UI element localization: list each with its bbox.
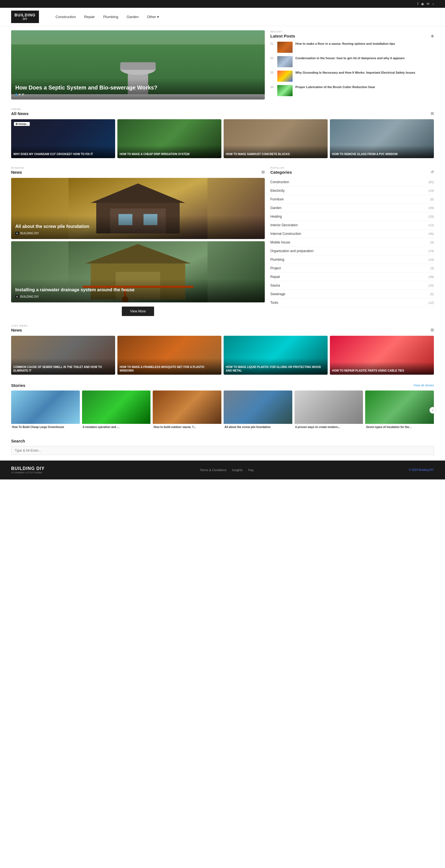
category-item[interactable]: Organization and preparation (74): [270, 247, 434, 255]
search-title: Search: [11, 439, 434, 443]
hero-main-card[interactable]: How Does a Septic System and Bio-sewerag…: [11, 30, 265, 99]
big-card-brand-1: B BUILDING DIY: [15, 232, 261, 235]
story-next-button[interactable]: ›: [429, 407, 436, 413]
big-card-brand-2: B BUILDING DIY: [15, 295, 261, 298]
brand-text-1: BUILDING DIY: [20, 232, 39, 235]
nav-item-garden[interactable]: Garden: [126, 15, 139, 19]
recent-item[interactable]: 03 Why Grounding Is Necessary and How It…: [270, 71, 434, 82]
view-more-button[interactable]: View More: [122, 307, 154, 316]
cat-count: (12): [428, 301, 434, 304]
last-week-card[interactable]: HOW TO REPAIR PLASTIC PARTS USING CABLE …: [330, 336, 434, 375]
last-week-card[interactable]: HOW TO MAKE A FRAMELESS MOSQUITO NET FOR…: [117, 336, 221, 375]
trend-card[interactable]: HOW TO MAKE A CHEAP DRIP IRRIGATION SYST…: [117, 119, 221, 158]
trend-title: All News ⊞: [11, 111, 434, 116]
footer-link[interactable]: Terms & Conditions: [200, 468, 227, 472]
category-item[interactable]: Heating (29): [270, 212, 434, 221]
story-image: [82, 391, 151, 424]
site-logo[interactable]: BUILDING DIY: [11, 10, 39, 23]
stories-title: Stories: [11, 383, 25, 388]
cat-title: Categories ↺: [270, 170, 434, 175]
random-label: RANDOM: [11, 166, 265, 169]
story-image: [224, 391, 292, 424]
big-card-title-1: All about the screw pile foundation: [15, 224, 261, 229]
story-card[interactable]: 6 proven ways to create modern...: [295, 391, 363, 430]
brand-logo-1: B: [15, 232, 19, 235]
view-all-stories[interactable]: View all stories: [414, 383, 434, 387]
category-item[interactable]: Tools (12): [270, 299, 434, 307]
recent-num: 01: [270, 42, 274, 45]
category-item[interactable]: Furniture (8): [270, 195, 434, 204]
category-item[interactable]: Repair (39): [270, 273, 434, 281]
story-card[interactable]: How To Build Cheap Large Greenhouse: [11, 391, 80, 430]
cat-name: Interior Decoration: [270, 223, 298, 227]
nav-item-construction[interactable]: Construction: [56, 15, 76, 19]
cat-name: Mobile house: [270, 240, 290, 244]
instagram-icon[interactable]: ◉: [421, 2, 424, 6]
email-icon[interactable]: ✉: [427, 2, 429, 6]
big-card-screw[interactable]: All about the screw pile foundation B BU…: [11, 178, 265, 239]
big-card-overlay-2: Installing a rainwater drainage system a…: [11, 279, 265, 302]
trend-icon: ⊞: [431, 111, 434, 116]
tiktok-icon[interactable]: ♪: [432, 2, 434, 6]
hero-dot-1[interactable]: [15, 93, 17, 95]
story-card[interactable]: How to build outdoor sauna: 7...: [153, 391, 221, 430]
category-item[interactable]: Construction (65): [270, 178, 434, 186]
cat-count: (74): [428, 249, 434, 253]
cat-count: (39): [428, 275, 434, 278]
recent-posts-panel: RECENT Latest Posts ◈ 01 How to make a f…: [270, 30, 434, 99]
recent-num: 02: [270, 57, 274, 60]
recent-item[interactable]: 04 Proper Lubrication of the Brush Cutte…: [270, 85, 434, 96]
nav-item-repair[interactable]: Repair: [84, 15, 95, 19]
big-card-drainage[interactable]: Installing a rainwater drainage system a…: [11, 241, 265, 302]
recent-text: Condensation in the house: how to get ri…: [295, 56, 434, 60]
cat-name: Heating: [270, 215, 282, 218]
recent-thumb: [277, 56, 293, 67]
story-card[interactable]: Seven types of insulation for the...: [365, 391, 434, 430]
category-item[interactable]: Mobile house (9): [270, 238, 434, 247]
category-item[interactable]: Garden (39): [270, 204, 434, 212]
story-card[interactable]: All about the screw pile foundation: [224, 391, 292, 430]
category-item[interactable]: Interior Decoration (12): [270, 221, 434, 229]
facebook-icon[interactable]: f: [417, 2, 418, 6]
cat-name: Sewerage: [270, 292, 285, 296]
category-item[interactable]: Sewerage (5): [270, 290, 434, 299]
category-item[interactable]: Internal Construction (46): [270, 229, 434, 238]
recent-list: 01 How to make a floor in a sauna: floor…: [270, 42, 434, 96]
last-week-card[interactable]: HOW TO MAKE LIQUID PLASTIC FOR GLUING OR…: [224, 336, 328, 375]
trend-card[interactable]: HOW TO REMOVE GLASS FROM A PVC WINDOW: [330, 119, 434, 158]
category-item[interactable]: Electricity (19): [270, 186, 434, 195]
hero-dot-2[interactable]: [19, 93, 21, 95]
trend-card[interactable]: ⊞ Husqv... WHY DOES MY CHAINSAW CUT CROO…: [11, 119, 115, 158]
recent-text: Why Grounding Is Necessary and How It Wo…: [295, 71, 434, 75]
last-week-card-overlay: HOW TO MAKE LIQUID PLASTIC FOR GLUING OR…: [224, 358, 328, 375]
last-week-cards-grid: COMMON CAUSE OF SEWER SMELL IN THE TOILE…: [11, 336, 434, 375]
cat-count: (19): [428, 189, 434, 192]
category-item[interactable]: Project (3): [270, 264, 434, 273]
cat-count: (19): [428, 258, 434, 261]
trend-card[interactable]: HOW TO MAKE SAWDUST CONCRETE BLOCKS: [224, 119, 328, 158]
recent-item[interactable]: 01 How to make a floor in a sauna: floor…: [270, 42, 434, 53]
cat-count: (9): [430, 241, 434, 244]
husqvarna-logo: ⊞ Husqv...: [14, 122, 30, 126]
site-footer: BUILDING DIY A Complete A-Z DIY Guides T…: [0, 461, 445, 479]
nav-item-plumbing[interactable]: Plumbing: [103, 15, 118, 19]
card-title: HOW TO MAKE A CHEAP DRIP IRRIGATION SYST…: [120, 152, 219, 156]
story-card[interactable]: 6 mistakes operation and ...: [82, 391, 151, 430]
card-overlay: WHY DOES MY CHAINSAW CUT CROOKED? HOW TO…: [11, 145, 115, 158]
card-title: WHY DOES MY CHAINSAW CUT CROOKED? HOW TO…: [13, 152, 113, 156]
last-week-card[interactable]: COMMON CAUSE OF SEWER SMELL IN THE TOILE…: [11, 336, 115, 375]
nav-item-other-[interactable]: Other ▾: [147, 15, 159, 19]
footer-link[interactable]: Insights: [232, 468, 242, 472]
recent-text: Proper Lubrication of the Brush Cutter R…: [295, 85, 434, 89]
stories-grid: How To Build Cheap Large Greenhouse 6 mi…: [11, 391, 434, 430]
cat-count: (29): [428, 215, 434, 218]
brand-text-2: BUILDING DIY: [20, 295, 39, 298]
hero-dot-3[interactable]: [22, 93, 24, 95]
category-item[interactable]: Sauna (15): [270, 281, 434, 290]
footer-link[interactable]: Faq: [248, 468, 254, 472]
recent-item[interactable]: 02 Condensation in the house: how to get…: [270, 56, 434, 67]
search-input[interactable]: [11, 446, 434, 455]
cat-name: Project: [270, 266, 280, 270]
category-item[interactable]: Plumbing (19): [270, 255, 434, 264]
trend-label: TREND: [11, 108, 434, 111]
